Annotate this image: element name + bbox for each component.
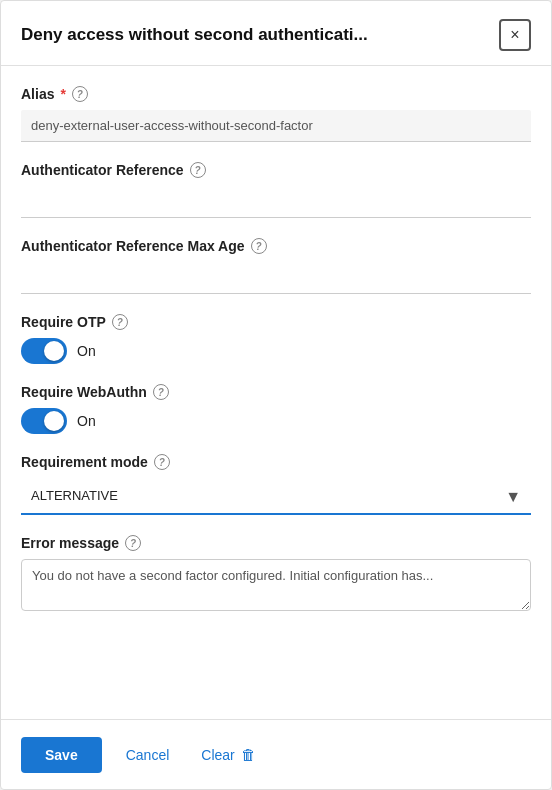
- alias-label-text: Alias: [21, 86, 54, 102]
- authenticator-reference-label: Authenticator Reference ?: [21, 162, 531, 178]
- require-webauthn-status: On: [77, 413, 96, 429]
- alias-input[interactable]: [21, 110, 531, 142]
- require-webauthn-toggle-row: On: [21, 408, 531, 434]
- require-webauthn-label-text: Require WebAuthn: [21, 384, 147, 400]
- authenticator-reference-max-age-input[interactable]: [21, 262, 531, 294]
- requirement-mode-label-text: Requirement mode: [21, 454, 148, 470]
- require-webauthn-help-icon[interactable]: ?: [153, 384, 169, 400]
- error-message-label-text: Error message: [21, 535, 119, 551]
- authenticator-reference-max-age-help-icon[interactable]: ?: [251, 238, 267, 254]
- requirement-mode-select-wrapper: ALTERNATIVE AND OR ▼: [21, 478, 531, 515]
- require-otp-help-icon[interactable]: ?: [112, 314, 128, 330]
- authenticator-reference-label-text: Authenticator Reference: [21, 162, 184, 178]
- requirement-mode-help-icon[interactable]: ?: [154, 454, 170, 470]
- error-message-textarea[interactable]: You do not have a second factor configur…: [21, 559, 531, 611]
- require-otp-label: Require OTP ?: [21, 314, 531, 330]
- error-message-help-icon[interactable]: ?: [125, 535, 141, 551]
- require-webauthn-slider: [21, 408, 67, 434]
- require-webauthn-field-group: Require WebAuthn ? On: [21, 384, 531, 434]
- require-otp-status: On: [77, 343, 96, 359]
- require-webauthn-label: Require WebAuthn ?: [21, 384, 531, 400]
- trash-icon: 🗑: [241, 746, 256, 763]
- alias-help-icon[interactable]: ?: [72, 86, 88, 102]
- require-otp-slider: [21, 338, 67, 364]
- require-webauthn-toggle[interactable]: [21, 408, 67, 434]
- authenticator-reference-max-age-label-text: Authenticator Reference Max Age: [21, 238, 245, 254]
- save-button[interactable]: Save: [21, 737, 102, 773]
- alias-required-star: *: [60, 86, 65, 102]
- modal-body: Alias * ? Authenticator Reference ? Auth…: [1, 66, 551, 719]
- clear-button-label: Clear: [201, 747, 234, 763]
- requirement-mode-field-group: Requirement mode ? ALTERNATIVE AND OR ▼: [21, 454, 531, 515]
- authenticator-reference-max-age-label: Authenticator Reference Max Age ?: [21, 238, 531, 254]
- modal-footer: Save Cancel Clear 🗑: [1, 719, 551, 789]
- requirement-mode-select[interactable]: ALTERNATIVE AND OR: [21, 478, 531, 515]
- modal-title: Deny access without second authenticati.…: [21, 25, 487, 45]
- modal-header: Deny access without second authenticati.…: [1, 1, 551, 66]
- cancel-button[interactable]: Cancel: [118, 737, 178, 773]
- alias-label: Alias * ?: [21, 86, 531, 102]
- close-button[interactable]: ×: [499, 19, 531, 51]
- alias-field-group: Alias * ?: [21, 86, 531, 142]
- error-message-field-group: Error message ? You do not have a second…: [21, 535, 531, 615]
- authenticator-reference-help-icon[interactable]: ?: [190, 162, 206, 178]
- modal-container: Deny access without second authenticati.…: [0, 0, 552, 790]
- error-message-label: Error message ?: [21, 535, 531, 551]
- authenticator-reference-max-age-field-group: Authenticator Reference Max Age ?: [21, 238, 531, 294]
- require-otp-toggle[interactable]: [21, 338, 67, 364]
- require-otp-toggle-row: On: [21, 338, 531, 364]
- authenticator-reference-field-group: Authenticator Reference ?: [21, 162, 531, 218]
- requirement-mode-label: Requirement mode ?: [21, 454, 531, 470]
- authenticator-reference-input[interactable]: [21, 186, 531, 218]
- clear-button[interactable]: Clear 🗑: [193, 736, 263, 773]
- require-otp-field-group: Require OTP ? On: [21, 314, 531, 364]
- require-otp-label-text: Require OTP: [21, 314, 106, 330]
